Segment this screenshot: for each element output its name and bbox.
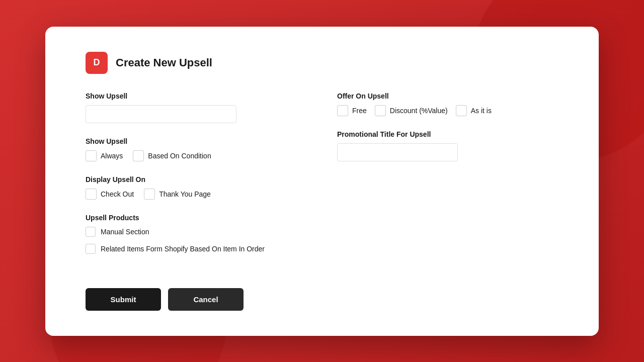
modal-title: Create New Upsell [116, 56, 212, 69]
promotional-title-label: Promotional Title For Upsell [337, 130, 558, 138]
offer-on-upsell-radio-group: Free Discount (%Value) As it is [337, 105, 558, 116]
checkbox-box-related-items[interactable] [86, 244, 96, 254]
form-grid: Show Upsell Show Upsell Always Based On … [86, 92, 558, 268]
checkbox-label-related-items: Related Items Form Shopify Based On Item… [101, 245, 265, 253]
show-upsell-input-label: Show Upsell [86, 92, 307, 100]
logo-letter: D [94, 57, 100, 68]
radio-option-based-on-condition[interactable]: Based On Condition [133, 150, 211, 161]
radio-option-check-out[interactable]: Check Out [86, 189, 134, 200]
radio-label-based-on-condition: Based On Condition [148, 152, 211, 160]
radio-box-always[interactable] [86, 150, 97, 161]
radio-box-check-out[interactable] [86, 189, 97, 200]
checkbox-option-related-items[interactable]: Related Items Form Shopify Based On Item… [86, 244, 307, 254]
submit-button[interactable]: Submit [86, 288, 161, 311]
radio-label-thank-you-page: Thank You Page [159, 190, 211, 198]
radio-label-check-out: Check Out [101, 190, 134, 198]
display-upsell-on-section: Display Upsell On Check Out Thank You Pa… [86, 175, 307, 200]
offer-on-upsell-label: Offer On Upsell [337, 92, 558, 100]
radio-box-free[interactable] [337, 105, 348, 116]
radio-box-as-it-is[interactable] [456, 105, 467, 116]
offer-on-upsell-section: Offer On Upsell Free Discount (%Value) A… [337, 92, 558, 116]
radio-box-discount[interactable] [375, 105, 386, 116]
upsell-products-label: Upsell Products [86, 214, 307, 222]
radio-box-based-on-condition[interactable] [133, 150, 144, 161]
display-upsell-on-radio-group: Check Out Thank You Page [86, 189, 307, 200]
display-upsell-on-label: Display Upsell On [86, 175, 307, 184]
right-column: Offer On Upsell Free Discount (%Value) A… [337, 92, 558, 268]
cancel-button[interactable]: Cancel [168, 288, 244, 311]
promotional-title-section: Promotional Title For Upsell [337, 130, 558, 161]
show-upsell-input[interactable] [86, 105, 236, 123]
show-upsell-options-section: Show Upsell Always Based On Condition [86, 137, 307, 161]
modal-container: D Create New Upsell Show Upsell Show Ups… [45, 27, 599, 336]
radio-label-free: Free [352, 107, 367, 115]
checkbox-box-manual-section[interactable] [86, 227, 96, 237]
modal-header: D Create New Upsell [86, 52, 558, 74]
show-upsell-options-label: Show Upsell [86, 137, 307, 145]
radio-label-as-it-is: As it is [471, 107, 492, 115]
radio-option-free[interactable]: Free [337, 105, 367, 116]
left-column: Show Upsell Show Upsell Always Based On … [86, 92, 307, 268]
checkbox-label-manual-section: Manual Section [101, 228, 149, 236]
show-upsell-input-section: Show Upsell [86, 92, 307, 123]
radio-option-thank-you-page[interactable]: Thank You Page [144, 189, 211, 200]
show-upsell-radio-group: Always Based On Condition [86, 150, 307, 161]
radio-option-as-it-is[interactable]: As it is [456, 105, 492, 116]
radio-option-always[interactable]: Always [86, 150, 123, 161]
radio-label-discount: Discount (%Value) [390, 107, 448, 115]
radio-label-always: Always [101, 152, 123, 160]
form-actions: Submit Cancel [86, 288, 558, 311]
upsell-products-checkbox-group: Manual Section Related Items Form Shopif… [86, 227, 307, 254]
checkbox-option-manual-section[interactable]: Manual Section [86, 227, 307, 237]
radio-box-thank-you-page[interactable] [144, 189, 155, 200]
app-logo: D [86, 52, 108, 74]
upsell-products-section: Upsell Products Manual Section Related I… [86, 214, 307, 254]
radio-option-discount[interactable]: Discount (%Value) [375, 105, 448, 116]
promotional-title-input[interactable] [337, 143, 458, 161]
